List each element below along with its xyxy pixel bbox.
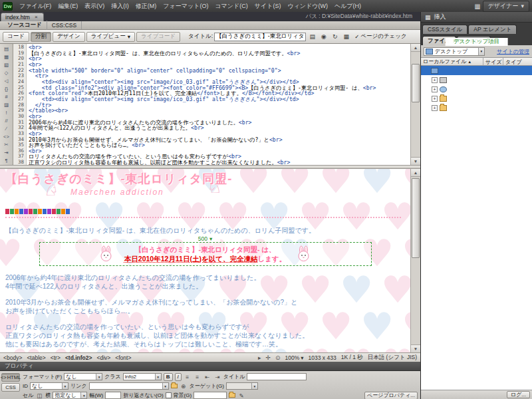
expander-icon[interactable]: +: [432, 77, 438, 83]
indent-icon[interactable]: ⇥: [213, 373, 221, 381]
collapse-selection-icon[interactable]: ▧: [1, 61, 12, 68]
code-scrollbar[interactable]: ▲ ▼: [410, 44, 420, 165]
tag-selector[interactable]: <table>: [27, 354, 45, 361]
code-line[interactable]: </tr>: [29, 102, 410, 108]
menu-item[interactable]: フォーマット(O): [160, 1, 211, 12]
nowrap-checkbox[interactable]: [166, 392, 172, 398]
zoom-tool-icon[interactable]: ⊙: [275, 354, 281, 361]
bold-button[interactable]: B: [164, 373, 173, 381]
design-paragraph[interactable]: お声を掛けていただくこともちらほら…。: [5, 307, 405, 315]
menu-item[interactable]: 編集(E): [55, 1, 81, 12]
menu-item[interactable]: ファイル(F): [16, 1, 55, 12]
unordered-list-icon[interactable]: ≡: [184, 373, 192, 381]
menu-item[interactable]: 挿入(I): [108, 1, 132, 12]
css-mode-button[interactable]: CSS: [1, 383, 20, 392]
design-paragraph[interactable]: 4年間で延べ122人のロリィタさんと、出逢うことが出来ました。: [5, 282, 405, 291]
cell-width-input[interactable]: [105, 392, 121, 399]
wrap-tag-icon[interactable]: <>: [1, 132, 12, 140]
bg-folder-icon[interactable]: [229, 393, 235, 398]
browse-folder-icon[interactable]: [171, 384, 178, 388]
menu-item[interactable]: コマンド(C): [211, 1, 251, 12]
horizontal-align-dropdown[interactable]: 指定なし▾: [53, 392, 87, 399]
tree-item[interactable]: +ネットワーク: [421, 84, 532, 94]
column-size[interactable]: サイズ: [483, 58, 503, 65]
check-page-button[interactable]: ✓ページのチェック: [352, 33, 409, 41]
file-management-icon[interactable]: ▤: [307, 32, 317, 42]
preview-in-browser-icon[interactable]: ◉: [319, 32, 329, 42]
properties-panel-header[interactable]: プロパティ: [0, 362, 420, 370]
tag-selector[interactable]: <td.info2>: [65, 354, 92, 361]
tree-item[interactable]: +コンピューター: [421, 75, 532, 84]
tag-selector[interactable]: <tr>: [51, 354, 61, 361]
hand-tool-icon[interactable]: ✛: [265, 354, 271, 361]
workspace-switcher[interactable]: デザイナー ▾: [483, 1, 529, 12]
tree-item[interactable]: +デスクトップ項目: [421, 103, 532, 112]
intro-paragraph[interactable]: 【白うさぎのミミ】-東北ロリィタ同盟- は、東北在住のロリィタちゃんのための、ロ…: [5, 226, 405, 235]
menu-item[interactable]: 表示(V): [81, 1, 108, 12]
view-options-icon[interactable]: ▦: [341, 32, 351, 42]
expander-icon[interactable]: +: [432, 96, 438, 102]
target-dropdown[interactable]: ▾: [226, 382, 258, 390]
open-documents-icon[interactable]: ▤: [1, 45, 12, 53]
column-local-files[interactable]: ローカルファイル▲: [421, 58, 483, 65]
menu-item[interactable]: サイト(S): [251, 1, 285, 12]
html-mode-button[interactable]: <>HTML: [1, 373, 20, 382]
code-line[interactable]: <td><div align="center"><img src="image/…: [29, 96, 410, 102]
tag-selector[interactable]: <body>: [3, 354, 22, 361]
column-type[interactable]: タイプ: [503, 58, 532, 65]
italic-button[interactable]: I: [175, 373, 182, 381]
dreamweaver-logo[interactable]: Dw: [3, 2, 13, 11]
manage-sites-link[interactable]: サイトの管理: [497, 48, 529, 55]
indent-code-icon[interactable]: ⇥: [1, 148, 12, 156]
split-view-button[interactable]: 分割: [31, 32, 51, 42]
close-icon[interactable]: ×: [33, 15, 39, 21]
merge-cells-icon[interactable]: ◫: [35, 392, 43, 399]
scroll-up-icon[interactable]: ▲: [411, 169, 420, 177]
site-dropdown[interactable]: デスクトップ ▾: [424, 47, 485, 56]
design-view-button[interactable]: デザイン: [53, 32, 85, 42]
class-dropdown[interactable]: info2▾: [123, 373, 162, 380]
title-attr-input[interactable]: [247, 373, 307, 380]
code-line[interactable]: 【白うさぎのミミ】-東北ロリィタ同盟- は、東北在住のロリィタちゃんのための、ロ…: [29, 51, 410, 57]
code-scrollbar-thumb[interactable]: [412, 64, 420, 102]
code-line[interactable]: </table><br>: [29, 108, 410, 114]
expander-icon[interactable]: +: [432, 86, 438, 92]
outdent-icon[interactable]: ⇤: [203, 373, 211, 381]
related-file-source[interactable]: ソースコード: [3, 21, 47, 30]
rabbit-image[interactable]: [96, 245, 116, 263]
code-line[interactable]: <br>: [29, 56, 410, 62]
site-header-graphic[interactable]: ♘ ♘ 【白うさぎのミミ】-東北ロリィタ同盟- Maerchen addicti…: [5, 171, 251, 205]
code-line[interactable]: 4年間で延べ122人のロリィタさんと、出逢うことが出来ました。<br>: [29, 125, 410, 131]
code-line[interactable]: <table width="500" border="0" align="cen…: [29, 68, 410, 74]
zoom-level[interactable]: 100%▾: [285, 354, 304, 361]
apply-comment-icon[interactable]: //: [1, 116, 12, 124]
scroll-down-icon[interactable]: ▼: [411, 157, 420, 165]
related-file-css[interactable]: CSS:CSS: [47, 21, 82, 29]
menu-item[interactable]: 修正(M): [132, 1, 160, 12]
tab-css-styles[interactable]: CSSスタイル: [422, 25, 467, 34]
tag-selector[interactable]: <font>: [115, 354, 131, 361]
design-paragraph[interactable]: 正直ワタシのロリィタ熱も容姿も年齢も衰減し、以前ほど団体を動かすことが出来なくな…: [5, 331, 405, 340]
code-lines[interactable]: <br>【白うさぎのミミ】-東北ロリィタ同盟- は、東北在住のロリィタちゃんのた…: [27, 44, 410, 165]
design-scrollbar-thumb[interactable]: [412, 178, 420, 258]
design-paragraph[interactable]: ロリィタさんたちの交流の場を作っていたい、という思いは今も変わらずですが: [5, 323, 405, 331]
pencil-icon[interactable]: ✎: [237, 392, 245, 399]
expander-icon[interactable]: +: [432, 105, 438, 111]
remove-comment-icon[interactable]: ∕: [1, 124, 12, 132]
select-parent-tag-icon[interactable]: ◁: [1, 76, 12, 84]
insert-panel-header[interactable]: ▦ 挿入: [421, 12, 532, 23]
design-paragraph[interactable]: 2010年3月からお茶会も開催せず、メルマガさえ休刊になってしまい、「お茶会開か…: [5, 298, 405, 307]
id-dropdown[interactable]: なし▾: [30, 382, 68, 390]
bg-input[interactable]: [194, 392, 227, 399]
code-view-button[interactable]: コード: [3, 32, 29, 42]
menu-item[interactable]: ヘルプ(H): [331, 1, 364, 12]
format-source-code-icon[interactable]: ¶: [1, 156, 12, 164]
page-title-input[interactable]: [214, 33, 306, 41]
tree-item[interactable]: デスクトップ: [421, 66, 532, 75]
select-tool-icon[interactable]: ▸: [258, 354, 261, 361]
design-paragraph[interactable]: 他にも要因はあるのですが、考えた結果、それらはトップには難しいこと、極端です…笑…: [5, 340, 405, 348]
balance-braces-icon[interactable]: {}: [1, 84, 12, 92]
refresh-icon[interactable]: ↻: [330, 32, 340, 42]
link-input[interactable]: ▾: [89, 382, 169, 390]
expand-all-icon[interactable]: ◇: [1, 68, 12, 76]
